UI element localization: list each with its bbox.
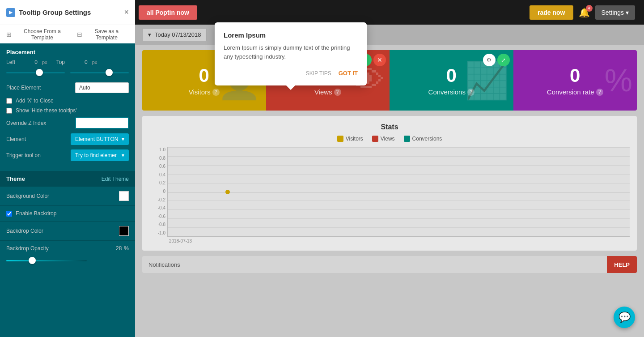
- element-dropdown[interactable]: Element BUTTON ▾: [71, 133, 129, 145]
- top-slider[interactable]: [70, 68, 129, 77]
- legend-visitors-dot: [337, 136, 343, 142]
- help-button[interactable]: HELP: [607, 256, 637, 273]
- y-label-n06: -0.6: [149, 214, 165, 219]
- sidebar: ▶ Tooltip Group Settings × ⊞ Choose From…: [0, 0, 135, 337]
- left-slider[interactable]: [6, 68, 65, 77]
- notification-bell[interactable]: 🔔 4: [579, 7, 590, 18]
- grid-line-2: [168, 156, 630, 157]
- y-label-n08: -0.8: [149, 222, 165, 227]
- legend-views: Views: [372, 136, 395, 142]
- conversions-settings-button[interactable]: ⚙: [483, 54, 496, 66]
- z-index-label: Override Z Index: [6, 120, 46, 126]
- date-dropdown[interactable]: ▾ Today 07/13/2018: [142, 28, 207, 41]
- chart-wrapper: 1.0 0.8 0.6 0.4 0.2 0 -0.2 -0.4 -0.6 -0.…: [149, 147, 630, 243]
- left-label: Left: [6, 59, 20, 65]
- add-x-label: Add 'X' to Close: [16, 98, 54, 104]
- bg-color-swatch[interactable]: [119, 191, 129, 201]
- sidebar-title-text: Tooltip Group Settings: [19, 9, 91, 16]
- chevron-down-icon-2: ▾: [122, 152, 124, 158]
- opacity-slider[interactable]: [6, 256, 87, 265]
- tooltip-popup-title: Lorem Ipsum: [224, 31, 358, 39]
- upgrade-button[interactable]: rade now: [530, 5, 573, 20]
- trigger-dropdown[interactable]: Try to find elemer ▾: [71, 149, 129, 161]
- got-it-button[interactable]: GOT IT: [339, 70, 358, 77]
- close-button[interactable]: ×: [124, 8, 129, 17]
- grid-line-4: [168, 174, 630, 175]
- placement-left-row: Left 0 px Top 0 px: [6, 59, 129, 65]
- y-label-02: 0.2: [149, 180, 165, 185]
- bg-color-row: Background Color: [0, 187, 135, 206]
- top-label: Top: [56, 59, 70, 65]
- enable-backdrop-checkbox[interactable]: [6, 211, 12, 217]
- theme-label: Theme: [6, 175, 25, 182]
- save-icon: ⊟: [77, 31, 82, 38]
- left-value: 0: [24, 59, 38, 65]
- grid-line-6: [168, 200, 630, 201]
- conv-rate-label: Conversion rate ?: [547, 88, 603, 96]
- y-label-06: 0.6: [149, 164, 165, 169]
- skip-tips-button[interactable]: SKIP TIPS: [306, 70, 331, 77]
- element-label: Element: [6, 136, 26, 142]
- grid-line-5: [168, 183, 630, 183]
- conversions-card: 📈 ⚙ ⤢ 0 Conversions ?: [390, 50, 513, 111]
- install-button[interactable]: all Poptin now: [139, 5, 197, 20]
- element-row: Element Element BUTTON ▾: [6, 133, 129, 145]
- y-label-04: 0.4: [149, 172, 165, 177]
- save-template-button[interactable]: ⊟ Save as a Template: [77, 28, 129, 41]
- chevron-down-icon-date: ▾: [148, 31, 151, 38]
- left-unit: px: [42, 60, 47, 65]
- trigger-label: Trigger tool on: [6, 152, 41, 158]
- date-filter-label: Today 07/13/2018: [155, 31, 201, 38]
- place-element-row: Place Element: [6, 82, 129, 93]
- conversion-rate-card: % 0 Conversion rate ?: [513, 50, 637, 111]
- add-x-row: Add 'X' to Close: [6, 98, 129, 104]
- grid-line-zero: [168, 192, 630, 192]
- chart-plot-area: [167, 147, 630, 237]
- conv-rate-count: 0: [570, 65, 580, 86]
- x-axis-label: 2018-07-13: [169, 239, 630, 243]
- main-content: ▾ Today 07/13/2018 NEW POPTIN + 👤 0 Visi…: [135, 25, 644, 337]
- enable-backdrop-label: Enable Backdrop: [16, 210, 56, 217]
- y-label-10: 1.0: [149, 147, 165, 152]
- legend-conversions-dot: [404, 136, 410, 142]
- bottom-bar: Notifications HELP: [142, 256, 637, 273]
- notifications-title: Notifications: [148, 261, 180, 268]
- chart-data-dot: [225, 190, 230, 194]
- grid-line-7: [168, 209, 630, 210]
- chart-title: Stats: [149, 123, 630, 131]
- visitors-count: 0: [199, 65, 209, 86]
- views-cross-button[interactable]: ✕: [373, 54, 386, 66]
- show-hide-row: Show 'Hide these tooltips': [6, 107, 129, 114]
- conv-rate-help-icon[interactable]: ?: [596, 89, 603, 96]
- backdrop-color-label: Backdrop Color: [6, 228, 43, 234]
- visitors-label: Visitors ?: [189, 88, 220, 96]
- y-axis-labels: 1.0 0.8 0.6 0.4 0.2 0 -0.2 -0.4 -0.6 -0.…: [149, 147, 165, 235]
- template-row: ⊞ Choose From a Template ⊟ Save as a Tem…: [0, 25, 135, 43]
- edit-theme-button[interactable]: Edit Theme: [102, 176, 129, 182]
- conversions-move-button[interactable]: ⤢: [497, 54, 510, 66]
- backdrop-opacity-row: Backdrop Opacity 28 %: [0, 241, 135, 256]
- y-label-n02: -0.2: [149, 197, 165, 202]
- sidebar-title: ▶ Tooltip Group Settings: [6, 8, 91, 17]
- z-index-row: Override Z Index: [6, 117, 129, 129]
- backdrop-color-row: Backdrop Color: [0, 222, 135, 241]
- chevron-down-icon: ▾: [122, 136, 124, 142]
- show-hide-checkbox[interactable]: [6, 108, 12, 114]
- place-element-input[interactable]: [75, 82, 129, 93]
- chart-legend: Visitors Views Conversions: [149, 136, 630, 142]
- views-label: Views ?: [314, 88, 341, 96]
- top-nav-left: all Poptin now: [139, 5, 197, 20]
- z-index-input[interactable]: [75, 117, 129, 129]
- choose-template-button[interactable]: ⊞ Choose From a Template: [6, 28, 71, 41]
- settings-button[interactable]: Settings ▾: [595, 5, 635, 20]
- tooltip-popup: Lorem Ipsum Lorem Ipsum is simply dummy …: [215, 22, 367, 85]
- add-x-checkbox[interactable]: [6, 98, 12, 104]
- grid-line-8: [168, 218, 630, 219]
- backdrop-color-swatch[interactable]: [119, 226, 129, 236]
- show-hide-label: Show 'Hide these tooltips': [16, 107, 77, 114]
- grid-line-1: [168, 147, 630, 148]
- views-help-icon[interactable]: ?: [334, 89, 341, 96]
- chat-bubble[interactable]: 💬: [614, 307, 635, 328]
- legend-conversions: Conversions: [404, 136, 442, 142]
- placement-section: Placement Left 0 px Top 0 px: [0, 43, 135, 171]
